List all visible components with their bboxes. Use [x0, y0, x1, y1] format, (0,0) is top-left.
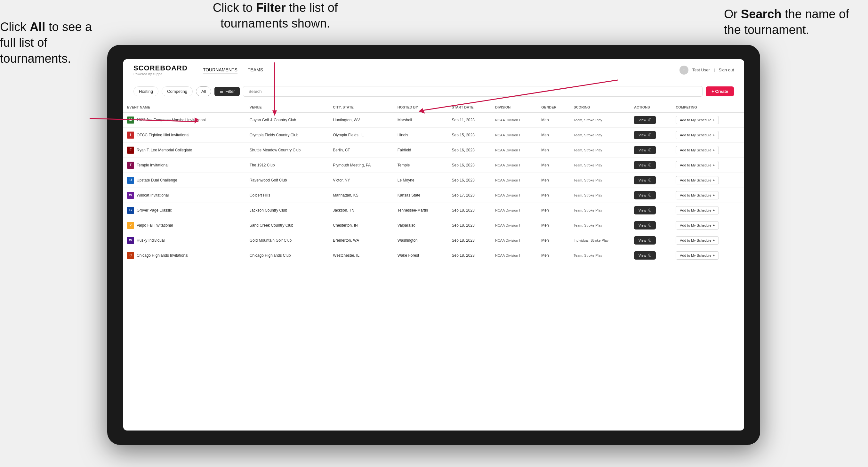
event-name-0: 2023 Joe Feaganes Marshall Invitational [137, 118, 206, 123]
cell-event-7: V Valpo Fall Invitational [123, 218, 246, 233]
view-button-8[interactable]: View ⓘ [634, 236, 656, 245]
table-container: EVENT NAME VENUE CITY, STATE HOSTED BY S… [123, 102, 744, 431]
cell-city-4: Victor, NY [329, 173, 394, 188]
cell-division-3: NCAA Division I [491, 158, 537, 173]
cell-actions-1: View ⓘ [630, 128, 672, 143]
cell-hosted-5: Kansas State [394, 188, 448, 203]
logo-text: SCOREBOARD [133, 64, 188, 72]
filter-label: Filter [225, 89, 235, 94]
cell-competing-0: Add to My Schedule + [672, 113, 744, 128]
cell-division-2: NCAA Division I [491, 143, 537, 158]
cell-city-7: Chesterton, IN [329, 218, 394, 233]
cell-date-8: Sep 18, 2023 [448, 233, 491, 248]
cell-actions-9: View ⓘ [630, 248, 672, 263]
nav-link-teams[interactable]: TEAMS [248, 66, 263, 74]
cell-city-2: Berlin, CT [329, 143, 394, 158]
cell-actions-4: View ⓘ [630, 173, 672, 188]
cell-actions-0: View ⓘ [630, 113, 672, 128]
view-button-0[interactable]: View ⓘ [634, 116, 656, 124]
cell-event-2: F Ryan T. Lee Memorial Collegiate [123, 143, 246, 158]
view-button-1[interactable]: View ⓘ [634, 131, 656, 139]
view-button-9[interactable]: View ⓘ [634, 251, 656, 259]
col-hosted-by: HOSTED BY [394, 102, 448, 113]
event-name-6: Grover Page Classic [137, 208, 172, 213]
cell-competing-3: Add to My Schedule + [672, 158, 744, 173]
logo-area: SCOREBOARD Powered by clippd [133, 64, 188, 76]
col-gender: GENDER [537, 102, 570, 113]
cell-scoring-5: Team, Stroke Play [570, 188, 630, 203]
view-button-5[interactable]: View ⓘ [634, 191, 656, 199]
user-name: Test User [692, 67, 710, 72]
team-logo-0: M [127, 117, 134, 124]
add-schedule-button-2[interactable]: Add to My Schedule + [676, 146, 719, 154]
user-avatar: T [680, 66, 688, 74]
cell-event-9: C Chicago Highlands Invitational [123, 248, 246, 263]
event-name-7: Valpo Fall Invitational [137, 223, 173, 228]
col-event-name: EVENT NAME [123, 102, 246, 113]
team-logo-9: C [127, 252, 134, 259]
team-logo-1: I [127, 131, 134, 138]
cell-venue-8: Gold Mountain Golf Club [246, 233, 329, 248]
cell-competing-1: Add to My Schedule + [672, 128, 744, 143]
cell-division-6: NCAA Division I [491, 203, 537, 218]
cell-competing-2: Add to My Schedule + [672, 143, 744, 158]
add-schedule-button-8[interactable]: Add to My Schedule + [676, 236, 719, 245]
cell-gender-0: Men [537, 113, 570, 128]
cell-division-4: NCAA Division I [491, 173, 537, 188]
cell-venue-2: Shuttle Meadow Country Club [246, 143, 329, 158]
cell-date-0: Sep 11, 2023 [448, 113, 491, 128]
team-logo-7: V [127, 222, 134, 229]
add-schedule-button-0[interactable]: Add to My Schedule + [676, 116, 719, 124]
tab-all[interactable]: All [196, 86, 211, 96]
cell-division-7: NCAA Division I [491, 218, 537, 233]
nav-link-tournaments[interactable]: TOURNAMENTS [203, 66, 238, 74]
cell-gender-4: Men [537, 173, 570, 188]
cell-event-8: W Husky Individual [123, 233, 246, 248]
cell-actions-5: View ⓘ [630, 188, 672, 203]
cell-hosted-2: Fairfield [394, 143, 448, 158]
add-schedule-button-4[interactable]: Add to My Schedule + [676, 176, 719, 184]
cell-scoring-0: Team, Stroke Play [570, 113, 630, 128]
cell-event-0: M 2023 Joe Feaganes Marshall Invitationa… [123, 113, 246, 128]
cell-venue-7: Sand Creek Country Club [246, 218, 329, 233]
filter-button[interactable]: ☰ Filter [214, 87, 240, 96]
view-button-6[interactable]: View ⓘ [634, 206, 656, 214]
cell-city-9: Westchester, IL [329, 248, 394, 263]
cell-division-0: NCAA Division I [491, 113, 537, 128]
tab-competing[interactable]: Competing [162, 86, 193, 96]
add-schedule-button-6[interactable]: Add to My Schedule + [676, 206, 719, 214]
cell-city-8: Bremerton, WA [329, 233, 394, 248]
view-button-7[interactable]: View ⓘ [634, 221, 656, 229]
view-button-3[interactable]: View ⓘ [634, 161, 656, 169]
add-schedule-button-3[interactable]: Add to My Schedule + [676, 161, 719, 169]
table-row: U Upstate Dual Challenge Ravenwood Golf … [123, 173, 744, 188]
annotation-topright: Or Search the name of the tournament. [724, 6, 859, 38]
cell-scoring-8: Individual, Stroke Play [570, 233, 630, 248]
cell-city-5: Manhattan, KS [329, 188, 394, 203]
cell-date-7: Sep 18, 2023 [448, 218, 491, 233]
cell-gender-9: Men [537, 248, 570, 263]
add-schedule-button-5[interactable]: Add to My Schedule + [676, 191, 719, 199]
cell-actions-6: View ⓘ [630, 203, 672, 218]
cell-gender-5: Men [537, 188, 570, 203]
col-scoring: SCORING [570, 102, 630, 113]
cell-gender-1: Men [537, 128, 570, 143]
tab-hosting[interactable]: Hosting [133, 86, 158, 96]
add-schedule-button-9[interactable]: Add to My Schedule + [676, 251, 719, 259]
add-schedule-button-7[interactable]: Add to My Schedule + [676, 221, 719, 229]
cell-date-6: Sep 18, 2023 [448, 203, 491, 218]
add-schedule-button-1[interactable]: Add to My Schedule + [676, 131, 719, 139]
sign-out-link[interactable]: Sign out [718, 67, 734, 72]
cell-event-1: I OFCC Fighting Illini Invitational [123, 128, 246, 143]
create-button[interactable]: + Create [706, 86, 734, 96]
view-button-4[interactable]: View ⓘ [634, 176, 656, 184]
search-input[interactable] [243, 86, 703, 97]
cell-actions-3: View ⓘ [630, 158, 672, 173]
cell-venue-4: Ravenwood Golf Club [246, 173, 329, 188]
cell-venue-1: Olympia Fields Country Club [246, 128, 329, 143]
cell-city-0: Huntington, WV [329, 113, 394, 128]
col-city-state: CITY, STATE [329, 102, 394, 113]
cell-competing-4: Add to My Schedule + [672, 173, 744, 188]
view-button-2[interactable]: View ⓘ [634, 146, 656, 154]
annotation-topleft: Click All to see a full list of tourname… [0, 19, 102, 67]
